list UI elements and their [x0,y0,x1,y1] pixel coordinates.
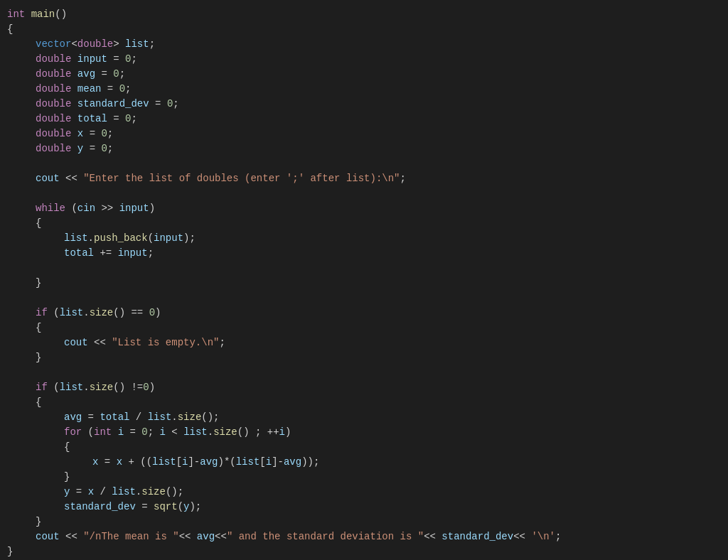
code-line: } [0,515,728,529]
keyword-if2: if [36,380,48,395]
keyword-vector: vector [36,37,71,52]
code-line: double y = 0; [0,141,728,156]
keyword-for: for [64,425,82,440]
num-0c: 0 [143,380,149,395]
var-input3: input [154,231,183,246]
var-y: y [77,141,83,156]
var-list3: list [60,306,84,321]
num-0d: 0 [141,425,147,440]
var-cin: cin [77,201,95,216]
code-line: } [0,276,728,291]
code-line: avg = total / list.size(); [0,410,728,425]
code-line: double mean = 0; [0,82,728,97]
code-editor: int main() { vector<double> list; double… [0,0,728,560]
code-line: for (int i = 0; i < list.size() ; ++i) [0,425,728,440]
keyword-double: double [36,82,71,97]
var-input4: input [118,246,148,261]
keyword-int2: int [94,425,112,440]
code-line: { [0,216,728,231]
string-newline: '\n' [531,529,555,544]
code-line [0,186,728,201]
var-total: total [77,112,107,126]
var-y2: y [64,485,70,500]
code-line: } [0,470,728,485]
var-list4: list [60,380,84,395]
keyword-double: double [36,67,71,82]
code-line: cout << "List is empty.\n"; [0,335,728,350]
var-standard-dev3: standard_dev [441,529,513,544]
var-y3: y [183,500,189,515]
var-input2: input [119,201,149,216]
num-0: 0 [101,126,107,141]
code-line [0,291,728,306]
num-0: 0 [101,141,107,156]
keyword-double: double [36,126,71,141]
num-0: 0 [167,97,173,112]
code-line: double total = 0; [0,112,728,126]
code-line: double avg = 0; [0,67,728,82]
var-i4: i [182,455,188,470]
var-standard-dev: standard_dev [77,97,149,112]
var-i5: i [266,455,272,470]
var-input: input [77,52,107,67]
fn-size5: size [141,485,166,500]
var-x: x [77,126,83,141]
fn-size4: size [213,425,237,440]
var-cout2: cout [64,335,88,350]
code-line: { [0,395,728,410]
string-mean: "/nThe mean is " [83,529,178,544]
num-0: 0 [119,82,125,97]
fn-sqrt: sqrt [154,500,178,515]
num-0b: 0 [149,306,155,321]
fn-size: size [90,306,114,321]
var-total2: total [64,246,94,261]
code-line: standard_dev = sqrt(y); [0,500,728,515]
keyword-if: if [36,306,48,321]
code-line: x = x + ((list[i]-avg)*(list[i]-avg)); [0,455,728,470]
var-list9: list [112,485,136,500]
var-i3: i [279,425,285,440]
keyword-double: double [36,112,71,126]
code-line: if (list.size() == 0) [0,306,728,321]
var-mean: mean [77,82,102,97]
var-avg5: avg [197,529,215,544]
code-line: { [0,22,728,37]
code-line: } [0,350,728,365]
fn-size3: size [178,410,202,425]
string-and: " and the standard deviation is " [227,529,424,544]
code-line: double x = 0; [0,126,728,141]
var-list7: list [152,455,176,470]
fn-push-back: push_back [94,231,148,246]
var-cout: cout [36,171,60,186]
var-avg3: avg [200,455,218,470]
var-avg2: avg [64,410,82,425]
code-line: list.push_back(input); [0,231,728,246]
keyword-double: double [36,52,71,67]
code-line [0,156,728,171]
code-line [0,261,728,276]
code-line: double standard_dev = 0; [0,97,728,112]
code-line: { [0,321,728,335]
var-list6: list [183,425,208,440]
code-line: total += input; [0,246,728,261]
string-empty: "List is empty.\n" [112,335,219,350]
var-total3: total [100,410,129,425]
code-line: int main() [0,7,728,22]
var-avg4: avg [284,455,301,470]
var-x2: x [92,455,98,470]
num-0: 0 [125,52,131,67]
var-list5: list [148,410,172,425]
var-x3: x [117,455,122,470]
num-0: 0 [113,67,119,82]
var-list2: list [64,231,88,246]
var-i: i [118,425,124,440]
code-line: if (list.size() !=0) [0,380,728,395]
function-main: main [31,7,55,22]
code-line: } [0,544,728,559]
var-list8: list [236,455,260,470]
keyword-double: double [36,97,71,112]
code-line: vector<double> list; [0,37,728,52]
var-avg: avg [77,67,95,82]
fn-size2: size [90,380,114,395]
var-cout3: cout [36,529,60,544]
